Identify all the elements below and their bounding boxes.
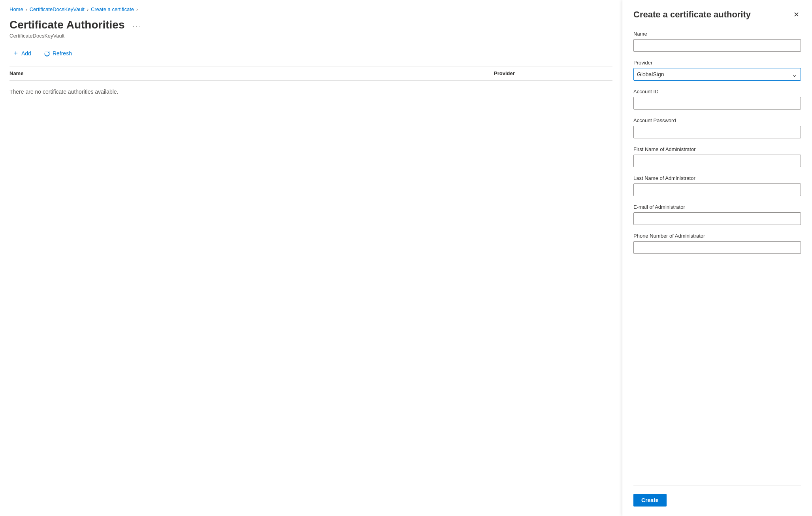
last-name-input[interactable]: [633, 183, 801, 196]
breadcrumb-keyvault[interactable]: CertificateDocsKeyVault: [30, 6, 85, 12]
last-name-label: Last Name of Administrator: [633, 175, 801, 181]
first-name-label: First Name of Administrator: [633, 146, 801, 152]
right-panel: Create a certificate authority ✕ Name Pr…: [622, 0, 812, 516]
col-provider-header: Provider: [494, 70, 612, 76]
account-password-label: Account Password: [633, 117, 801, 123]
email-label: E-mail of Administrator: [633, 204, 801, 210]
last-name-field: Last Name of Administrator: [633, 175, 801, 196]
breadcrumb: Home › CertificateDocsKeyVault › Create …: [9, 6, 612, 12]
account-password-field: Account Password: [633, 117, 801, 138]
provider-field: Provider GlobalSign DigiCert: [633, 60, 801, 81]
provider-select[interactable]: GlobalSign DigiCert: [633, 68, 801, 81]
first-name-field: First Name of Administrator: [633, 146, 801, 167]
page-title: Certificate Authorities: [9, 19, 124, 31]
empty-state-message: There are no certificate authorities ava…: [9, 81, 612, 103]
provider-label: Provider: [633, 60, 801, 66]
phone-input[interactable]: [633, 241, 801, 254]
refresh-icon: [44, 50, 50, 57]
phone-label: Phone Number of Administrator: [633, 233, 801, 239]
phone-field: Phone Number of Administrator: [633, 233, 801, 254]
toolbar: ＋ Add Refresh: [9, 47, 612, 60]
page-header: Certificate Authorities ...: [9, 19, 612, 31]
panel-header: Create a certificate authority ✕: [633, 9, 801, 20]
breadcrumb-home[interactable]: Home: [9, 6, 23, 12]
breadcrumb-sep-3: ›: [136, 7, 138, 12]
account-id-input[interactable]: [633, 97, 801, 110]
name-input[interactable]: [633, 39, 801, 52]
form-content: Name Provider GlobalSign DigiCert Accoun…: [633, 31, 801, 482]
breadcrumb-sep-1: ›: [26, 7, 27, 12]
first-name-input[interactable]: [633, 155, 801, 167]
page-subtitle: CertificateDocsKeyVault: [9, 33, 612, 39]
provider-select-wrapper: GlobalSign DigiCert: [633, 68, 801, 81]
close-panel-button[interactable]: ✕: [792, 9, 801, 20]
left-panel: Home › CertificateDocsKeyVault › Create …: [0, 0, 622, 516]
name-field: Name: [633, 31, 801, 52]
table-header: Name Provider: [9, 66, 612, 81]
panel-footer: Create: [633, 486, 801, 507]
email-field: E-mail of Administrator: [633, 204, 801, 225]
col-name-header: Name: [9, 70, 494, 76]
name-label: Name: [633, 31, 801, 37]
breadcrumb-sep-2: ›: [87, 7, 89, 12]
account-id-label: Account ID: [633, 89, 801, 95]
account-id-field: Account ID: [633, 89, 801, 110]
refresh-label: Refresh: [53, 50, 72, 57]
more-options-button[interactable]: ...: [129, 19, 144, 31]
add-button[interactable]: ＋ Add: [9, 47, 34, 60]
email-input[interactable]: [633, 212, 801, 225]
plus-icon: ＋: [13, 49, 19, 57]
panel-title: Create a certificate authority: [633, 9, 751, 20]
refresh-button[interactable]: Refresh: [41, 48, 75, 59]
account-password-input[interactable]: [633, 126, 801, 138]
add-label: Add: [21, 50, 31, 57]
breadcrumb-create-cert[interactable]: Create a certificate: [91, 6, 134, 12]
create-button[interactable]: Create: [633, 494, 667, 507]
